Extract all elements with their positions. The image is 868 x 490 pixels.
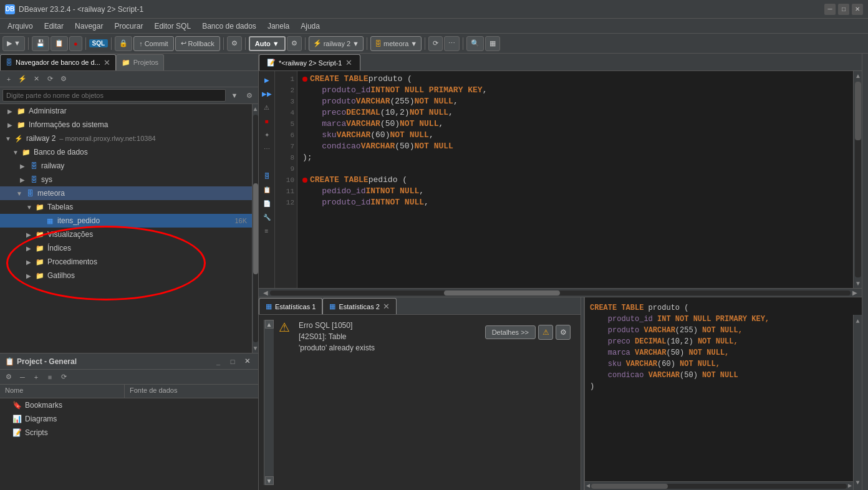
proj-tool-2[interactable]: ─ [16,371,29,383]
error-scroll-down-btn[interactable]: ▼ [265,476,274,485]
tree-scroll-down[interactable]: ▼ [251,343,258,353]
search-filter-btn[interactable]: ▼ [228,89,241,102]
tree-item-railway-db[interactable]: ▶ 🗄 railway [0,159,252,173]
tree-item-procedimentos[interactable]: ▶ 📁 Procedimentos [0,255,252,269]
result-tab-1[interactable]: ▦ Estatísticas 1 [259,298,322,314]
proj-tool-4[interactable]: ≡ [44,371,56,383]
toolbar-settings-btn[interactable]: ⚙ [287,36,302,51]
menu-arquivo[interactable]: Arquivo [2,21,38,32]
snippets-btn[interactable]: 📄 [261,197,273,209]
tree-item-sysinfo[interactable]: ▶ 📁 Informações do sistema [0,118,252,132]
commit-button[interactable]: ↑ Commit [133,36,173,51]
editor-scroll-down[interactable]: ▼ [854,279,862,288]
error-warning-btn[interactable]: ⚠ [538,325,553,340]
editor-tab-close[interactable]: ✕ [345,58,352,67]
editor-hscrollbar[interactable]: ◀ ▶ [259,288,862,297]
projetos-tab[interactable]: 📁 Projetos [116,54,164,70]
code-content[interactable]: CREATE TABLE produto ( produto_id INT NO… [297,71,853,288]
toolbar-search-btn[interactable]: 🔍 [466,36,484,51]
tree-item-tabelas[interactable]: ▼ 📁 Tabelas [0,200,252,214]
tree-item-itens-pedido[interactable]: ▶ ▦ itens_pedido 16K [0,214,252,228]
minimize-button[interactable]: ─ [824,4,836,15]
menu-procurar[interactable]: Procurar [109,21,148,32]
tree-item-indices[interactable]: ▶ 📁 Índices [0,241,252,255]
search-options-btn[interactable]: ⚙ [243,89,256,102]
main-vscrollbar[interactable] [862,54,868,490]
toolbar-grid-btn[interactable]: ▦ [485,36,500,51]
nav-connect-btn[interactable]: ⚡ [16,73,29,85]
db-nav-btn[interactable]: 🗄 [261,170,273,182]
toolbar-save2-btn[interactable]: 📋 [51,36,68,51]
tree-item-sys[interactable]: ▶ 🗄 sys [0,173,252,186]
error-scroll-up-area[interactable]: ▲ ▼ [264,320,274,485]
toolbar-save-btn[interactable]: 💾 [32,36,49,51]
tree-scrollbar[interactable]: ▲ ▼ [252,104,258,353]
proj-tool-1[interactable]: ⚙ [2,371,15,383]
connection-dropdown[interactable]: ⚡ railway 2 ▼ [309,36,364,51]
format-btn[interactable]: ✦ [261,128,273,141]
menu-janela[interactable]: Janela [263,21,294,32]
nav-refresh-btn[interactable]: ⟳ [44,73,56,85]
toolbar-lock-btn[interactable]: 🔒 [115,36,132,51]
run-explain-btn[interactable]: ⚠ [261,101,273,113]
navigator-close[interactable]: ✕ [104,58,110,67]
nav-new-btn[interactable]: + [2,73,15,85]
toolbar-extra-btn[interactable]: ⚙ [227,36,242,51]
run-script-btn[interactable]: ▶▶ [261,87,273,100]
sql-hscrollbar[interactable]: ◀ ▶ [585,481,853,490]
menu-ajuda[interactable]: Ajuda [296,21,325,32]
sql-vscroll-up[interactable]: ▲ [854,315,862,329]
tree-item-gatilhos[interactable]: ▶ 📁 Gatilhos [0,269,252,282]
db-dropdown[interactable]: 🗄 meteora ▼ [370,36,422,51]
toolbar-red-btn[interactable]: ● [69,36,82,51]
outline-btn[interactable]: ≡ [261,224,273,237]
rollback-button[interactable]: ↩ Rollback [175,36,220,51]
nav-settings-btn[interactable]: ⚙ [57,73,70,85]
tree-scroll-up[interactable]: ▲ [251,104,258,113]
toolbar-arrow-btn[interactable]: ▶ ▼ [2,36,25,51]
editor-scroll-up[interactable]: ▲ [854,71,862,80]
menu-banco-dados[interactable]: Banco de dados [197,21,261,32]
error-copy-btn[interactable]: ⚙ [556,325,571,340]
menu-editor-sql[interactable]: Editor SQL [149,21,196,32]
tree-item-admin[interactable]: ▶ 📁 Administrar [0,104,252,118]
result-tab-2[interactable]: ▦ Estatísticas 2 ✕ [322,298,396,314]
project-close-btn[interactable]: ✕ [241,355,253,368]
tree-item-meteora[interactable]: ▼ 🗄 meteora [0,186,252,200]
editor-vscrollbar[interactable]: ▲ ▼ [853,71,862,288]
error-scroll-up-btn[interactable]: ▲ [265,320,274,329]
more-side-btn[interactable]: ⋯ [261,142,273,155]
search-input[interactable] [2,89,226,102]
maximize-button[interactable]: □ [838,4,849,15]
history-btn[interactable]: 📋 [261,183,273,196]
menu-navegar[interactable]: Navegar [70,21,108,32]
sql-hscroll-left[interactable]: ◀ [585,479,591,491]
stop-btn[interactable]: ■ [261,115,273,127]
details-button[interactable]: Detalhes >> [485,325,536,339]
auto-dropdown[interactable]: Auto ▼ [249,36,286,51]
tree-item-railway2[interactable]: ▼ ⚡ railway 2 – monorail.proxy.rlwy.net:… [0,132,252,145]
hscroll-left[interactable]: ◀ [261,289,270,297]
menu-editar[interactable]: Editar [39,21,69,32]
navigator-tab[interactable]: 🗄 Navegador de banco de d... ✕ [0,54,116,70]
project-collapse-btn[interactable]: _ [212,355,224,368]
proj-tool-3[interactable]: + [30,371,42,383]
proj-item-scripts[interactable]: 📝 Scripts [0,426,258,440]
tree-item-visualizacoes[interactable]: ▶ 📁 Visualizações [0,228,252,241]
close-button[interactable]: ✕ [852,4,863,15]
run-btn[interactable]: ▶ [261,74,273,86]
toolbar-sync-btn[interactable]: ⟳ [428,36,443,51]
proj-item-diagrams[interactable]: 📊 Diagrams [0,412,258,426]
sql-hscroll-right[interactable]: ▶ [847,479,853,491]
result-tab-2-close[interactable]: ✕ [383,302,390,311]
nav-disconnect-btn[interactable]: ✕ [30,73,42,85]
editor-tab-script1[interactable]: 📝 *<railway 2> Script-1 ✕ [259,54,360,70]
project-expand-btn[interactable]: □ [226,355,239,368]
toolbar-more-btn[interactable]: ⋯ [444,36,460,51]
templates-btn[interactable]: 🔧 [261,211,273,223]
hscroll-right[interactable]: ▶ [851,289,859,297]
sql-vscroll-down[interactable]: ▼ [854,476,862,490]
proj-tool-5[interactable]: ⟳ [57,371,70,383]
tree-item-banco[interactable]: ▼ 📁 Banco de dados [0,145,252,159]
proj-item-bookmarks[interactable]: 🔖 Bookmarks [0,398,258,412]
